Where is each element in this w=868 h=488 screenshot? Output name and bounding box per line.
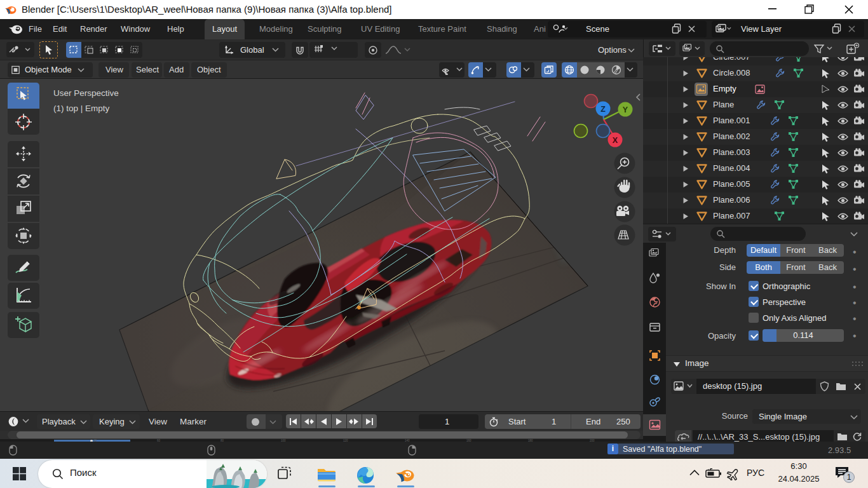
svg-text:X: X <box>613 136 618 145</box>
svg-text:User Perspective: User Perspective <box>53 88 119 98</box>
svg-text:Y: Y <box>623 105 628 114</box>
svg-text:Z: Z <box>600 105 606 114</box>
svg-text:(1) top | Empty: (1) top | Empty <box>53 104 110 113</box>
